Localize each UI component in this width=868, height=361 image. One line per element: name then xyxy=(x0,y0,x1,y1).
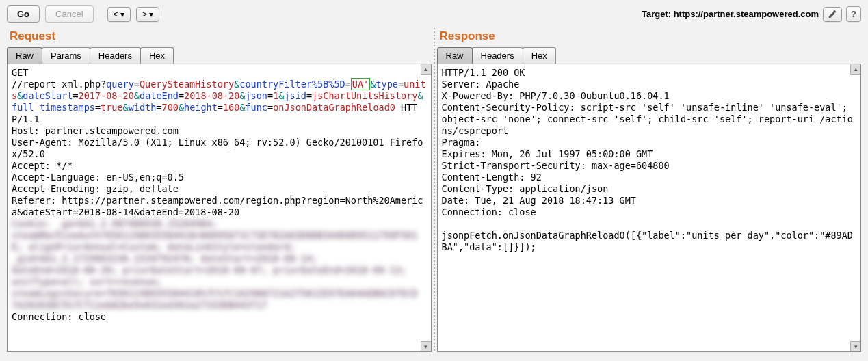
tab-headers[interactable]: Headers xyxy=(472,47,523,64)
scroll-up-icon[interactable]: ▴ xyxy=(850,64,860,75)
request-editor[interactable]: GET //report_xml.php?query=QuerySteamHis… xyxy=(8,64,431,351)
response-pane: Response Raw Headers Hex ▴ HTTP/1.1 200 … xyxy=(437,28,862,352)
target-display: Target: https://partner.steampowered.com… xyxy=(642,6,861,22)
pane-divider[interactable] xyxy=(432,28,437,352)
help-button[interactable]: ? xyxy=(846,6,861,22)
question-icon: ? xyxy=(851,9,856,19)
scroll-up-icon[interactable]: ▴ xyxy=(421,64,431,75)
request-pane: Request Raw Params Headers Hex ▴ GET //r… xyxy=(7,28,432,352)
target-prefix: Target: xyxy=(642,9,674,19)
scroll-down-icon[interactable]: ▾ xyxy=(421,341,431,351)
response-tabs: Raw Headers Hex xyxy=(437,47,862,64)
tab-headers[interactable]: Headers xyxy=(90,47,141,64)
cancel-button: Cancel xyxy=(45,5,93,23)
tab-raw[interactable]: Raw xyxy=(7,47,42,64)
request-tabs: Raw Params Headers Hex xyxy=(7,47,432,64)
response-editor[interactable]: HTTP/1.1 200 OK Server: Apache X-Powered… xyxy=(438,64,861,351)
response-title: Response xyxy=(437,28,862,47)
pencil-icon xyxy=(828,10,837,19)
target-url: https://partner.steampowered.com xyxy=(674,9,819,19)
edit-target-button[interactable] xyxy=(823,7,842,22)
go-button[interactable]: Go xyxy=(7,5,40,23)
tab-hex[interactable]: Hex xyxy=(140,47,174,64)
scroll-down-icon[interactable]: ▾ xyxy=(850,341,860,351)
response-editor-wrap: ▴ HTTP/1.1 200 OK Server: Apache X-Power… xyxy=(437,64,862,352)
request-title: Request xyxy=(7,28,432,47)
forward-button[interactable]: > ▾ xyxy=(136,7,159,22)
toolbar: Go Cancel < ▾ > ▾ Target: https://partne… xyxy=(0,0,868,28)
request-editor-wrap: ▴ GET //report_xml.php?query=QuerySteamH… xyxy=(7,64,432,352)
back-button[interactable]: < ▾ xyxy=(107,7,131,22)
tab-hex[interactable]: Hex xyxy=(523,47,556,64)
tab-raw[interactable]: Raw xyxy=(437,47,473,64)
tab-params[interactable]: Params xyxy=(42,47,90,64)
